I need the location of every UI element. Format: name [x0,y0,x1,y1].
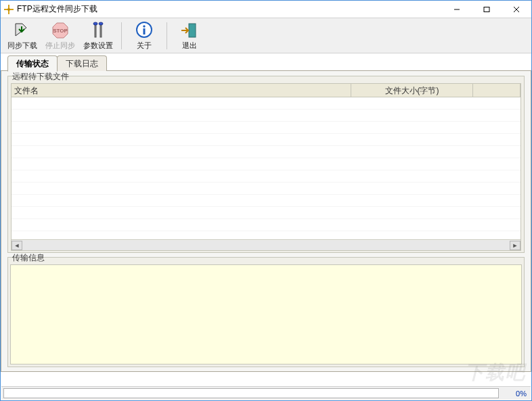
col-filename[interactable]: 文件名 [12,84,351,97]
svg-rect-4 [484,7,489,11]
window-controls [442,1,531,18]
svg-point-12 [99,22,103,25]
settings-button[interactable]: 参数设置 [82,20,114,52]
h-scrollbar[interactable]: ◄ ► [12,239,520,250]
progress-bar [3,388,499,398]
page-content: 远程待下载文件 文件名 文件大小(字节) ◄ ► 传输信息 [1,71,531,372]
scroll-right-button[interactable]: ► [510,241,520,250]
sync-download-icon [13,21,32,40]
tab-bar: 传输状态 下载日志 [1,56,531,71]
status-bar: 0% [1,386,531,400]
info-icon [135,21,154,40]
remote-files-caption: 远程待下载文件 [11,71,70,82]
tab-download-log[interactable]: 下载日志 [57,55,107,71]
transfer-info-caption: 传输信息 [11,252,46,264]
scroll-left-button[interactable]: ◄ [12,241,22,250]
svg-point-2 [7,8,10,11]
exit-icon [180,21,199,40]
sync-download-label: 同步下载 [7,41,37,51]
transfer-info-pane[interactable] [10,264,522,364]
toolbar-separator [121,22,122,49]
stop-sync-label: 停止同步 [45,41,75,51]
close-button[interactable] [502,1,531,18]
toolbar-separator-2 [167,22,167,49]
stop-icon: STOP [51,21,70,40]
col-extra[interactable] [473,84,520,97]
exit-label: 退出 [182,41,197,51]
maximize-button[interactable] [472,1,502,18]
titlebar: FTP远程文件同步下载 [1,1,531,18]
stop-sync-button[interactable]: STOP 停止同步 [44,20,76,52]
svg-rect-9 [95,24,96,37]
file-list-body[interactable] [12,97,520,239]
window-title: FTP远程文件同步下载 [17,3,442,15]
progress-percent: 0% [501,390,531,398]
transfer-info-group: 传输信息 [7,257,525,367]
minimize-button[interactable] [442,1,472,18]
sync-download-button[interactable]: 同步下载 [6,20,39,52]
settings-icon [89,21,108,40]
svg-rect-16 [189,24,196,37]
file-list[interactable]: 文件名 文件大小(字节) ◄ ► [11,83,521,251]
svg-rect-15 [143,28,146,34]
svg-rect-10 [100,24,102,37]
scroll-track[interactable] [22,241,510,250]
tab-transfer-status-label: 传输状态 [16,59,49,68]
svg-point-14 [143,25,145,27]
tab-download-log-label: 下载日志 [66,59,98,68]
settings-label: 参数设置 [83,41,113,51]
tab-transfer-status[interactable]: 传输状态 [7,55,58,72]
svg-text:STOP: STOP [53,28,68,34]
exit-button[interactable]: 退出 [174,20,205,52]
app-icon [3,4,14,15]
toolbar: 同步下载 STOP 停止同步 参数设置 [1,18,531,53]
svg-point-11 [93,22,97,25]
about-button[interactable]: 关于 [129,20,160,52]
col-filesize[interactable]: 文件大小(字节) [351,84,473,97]
remote-files-group: 远程待下载文件 文件名 文件大小(字节) ◄ ► [7,76,525,253]
about-label: 关于 [137,41,152,51]
file-list-header: 文件名 文件大小(字节) [12,84,520,97]
